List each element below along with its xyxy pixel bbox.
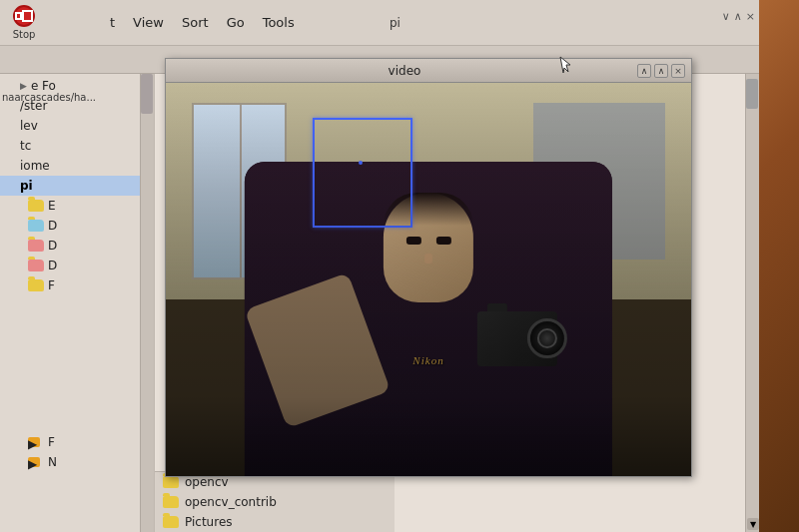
arrow-icon-f2: ▶ [28,437,40,447]
folder-icon-d1 [28,220,44,232]
sidebar-text-tc: tc [20,139,31,153]
scroll-down-arrow[interactable]: ▼ [747,518,759,530]
main-scrollbar[interactable]: ▼ [745,74,759,532]
sidebar-item-f1[interactable]: F [0,275,154,295]
folder-label-opencv-contrib: opencv_contrib [185,495,277,509]
video-titlebar: video ∧ ∧ × [166,59,691,83]
folder-icon-e [28,200,44,212]
sidebar-text-e: E [48,199,56,213]
sidebar-text-d3: D [48,259,57,272]
folder-label-pictures: Pictures [185,515,233,529]
nikon-brand-text: Nikon [412,354,443,366]
folder-item-pictures[interactable]: Pictures [155,512,395,532]
folder-icon-d2 [28,240,44,252]
sidebar-item-d1[interactable]: D [0,216,154,236]
sidebar-text-iome: iome [20,159,50,173]
video-window-controls: ∧ ∧ × [637,64,685,78]
camera-lens [527,318,567,358]
menu-item-t[interactable]: t [102,11,123,34]
sidebar-text-lev: lev [20,119,38,133]
sidebar-item-d2[interactable]: D [0,236,154,256]
stop-button[interactable]: Stop [4,4,44,42]
window-chevron[interactable]: ∨ [722,10,730,23]
menu-item-tools[interactable]: Tools [255,11,303,34]
main-scroll-thumb [746,79,758,109]
folder-icon-opencv [163,476,179,488]
sidebar-item-iome[interactable]: iome [0,156,154,176]
video-window: video ∧ ∧ × [165,58,692,477]
folder-icon-pictures [163,516,179,528]
sidebar-item-pi[interactable]: pi [0,176,154,196]
sidebar-text-f1: F [48,278,55,292]
menu-item-go[interactable]: Go [219,11,253,34]
sidebar-item-tc[interactable]: tc [0,136,154,156]
menu-items: t View Sort Go Tools [102,11,303,34]
camera-obj [477,311,557,366]
sidebar-item-d3[interactable]: D [0,256,154,275]
sidebar-text-d2: D [48,239,57,253]
sidebar-item-f2[interactable]: ▶ F [0,432,154,452]
video-maximize-btn[interactable]: ∧ [654,64,668,78]
sidebar: ▶ e Fo /ster lev tc iome pi E [0,74,155,532]
person-head [384,193,473,302]
window-close[interactable]: × [746,10,755,23]
video-minimize-btn[interactable]: ∧ [637,64,651,78]
window-controls: ∨ ∧ × [722,10,755,23]
bottom-folder-list: opencv opencv_contrib Pictures [155,471,395,532]
menu-item-view[interactable]: View [125,11,172,34]
stop-icon [13,5,35,27]
folder-label-opencv: opencv [185,475,229,489]
stop-label: Stop [13,29,36,40]
path-text: naarcascades/ha... [2,92,147,103]
sidebar-text-d1: D [48,219,57,233]
sidebar-text-pi: pi [20,179,33,193]
arrow-icon-n: ▶ [28,457,40,467]
sidebar-arrow-icon: ▶ [20,81,27,91]
window-up[interactable]: ∧ [734,10,742,23]
sidebar-text-f2: F [48,435,55,449]
sidebar-item-n[interactable]: ▶ N [0,452,154,472]
video-content: Nikon [166,83,691,476]
video-close-btn[interactable]: × [671,64,685,78]
folder-icon-f1 [28,279,44,291]
video-window-title: video [172,64,637,78]
sidebar-item-label: e Fo [31,79,56,93]
window-title: pi [380,0,410,46]
folder-icon-opencv-contrib [163,496,179,508]
folder-item-opencv-contrib[interactable]: opencv_contrib [155,492,395,512]
menu-item-sort[interactable]: Sort [174,11,217,34]
person-body [245,162,612,476]
sidebar-text-n: N [48,455,57,469]
sidebar-item-lev[interactable]: lev [0,116,154,136]
sidebar-scrollbar[interactable] [140,74,154,532]
folder-icon-d3 [28,260,44,271]
sidebar-item-e[interactable]: E [0,196,154,216]
